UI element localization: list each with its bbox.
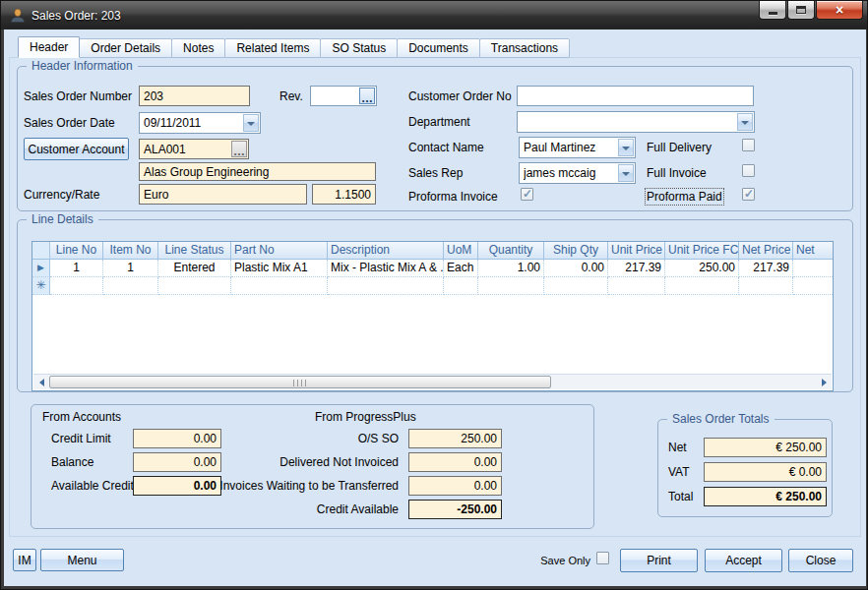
grid-cell[interactable]	[793, 260, 834, 277]
save-only-checkbox[interactable]	[596, 552, 609, 564]
grid-cell[interactable]	[328, 277, 444, 295]
column-header[interactable]: Unit Price	[608, 242, 665, 260]
column-header[interactable]: Ship Qty	[544, 242, 608, 260]
sales-order-number-field[interactable]: 203	[139, 86, 250, 106]
grid-cell[interactable]	[158, 277, 231, 295]
total-label: Total	[668, 490, 693, 503]
column-header[interactable]: UoM	[444, 242, 478, 260]
customer-account-button[interactable]: Customer Account	[24, 138, 129, 160]
tab-transactions[interactable]: Transactions	[479, 38, 570, 58]
grid-cell[interactable]: 0.00	[544, 260, 608, 277]
line-items-grid[interactable]: Line NoItem NoLine StatusPart NoDescript…	[31, 241, 834, 391]
sales-rep-select[interactable]: james mccaig	[519, 162, 636, 184]
grid-cell[interactable]	[665, 277, 739, 295]
rev-lookup-button[interactable]: …	[359, 88, 375, 104]
customer-account-lookup-button[interactable]: …	[231, 141, 247, 157]
scroll-left-arrow[interactable]	[34, 376, 48, 389]
tab-order-details[interactable]: Order Details	[79, 38, 172, 58]
im-button[interactable]: IM	[13, 549, 36, 571]
invoices-waiting-field: 0.00	[408, 476, 502, 496]
maximize-button[interactable]	[787, 1, 815, 20]
tab-so-status[interactable]: SO Status	[320, 38, 398, 58]
column-header[interactable]: Quantity	[478, 242, 544, 260]
new-row[interactable]: ✳	[32, 277, 833, 295]
column-header[interactable]: Net Price	[739, 242, 793, 260]
grid-header-row[interactable]: Line NoItem NoLine StatusPart NoDescript…	[32, 242, 833, 260]
scrollbar-thumb[interactable]	[49, 376, 551, 388]
customer-account-field[interactable]: ALA001 …	[139, 139, 249, 159]
scroll-right-arrow[interactable]	[817, 376, 831, 389]
titlebar[interactable]: Sales Order: 203 ×	[1, 1, 867, 30]
row-selector[interactable]: ✳	[32, 277, 50, 295]
save-only-label: Save Only	[516, 555, 590, 566]
close-button[interactable]: Close	[788, 549, 853, 572]
grid-cell[interactable]	[50, 277, 103, 295]
column-header[interactable]: Line No	[50, 242, 103, 260]
column-header[interactable]: Part No	[231, 242, 328, 260]
credit-available-label: Credit Available	[189, 502, 399, 516]
grid-cell[interactable]: Mix - Plastic Mix A & ...	[328, 260, 444, 277]
grid-cell[interactable]	[103, 277, 158, 295]
grid-cell[interactable]	[231, 277, 328, 295]
tab-strip: Header Order Details Notes Related Items…	[19, 36, 570, 58]
print-button[interactable]: Print	[620, 549, 698, 572]
net-total-field: € 250.00	[704, 438, 827, 457]
grid-cell[interactable]: 1.00	[478, 260, 544, 277]
accounts-panel-group: From Accounts From ProgressPlus Credit L…	[31, 404, 594, 529]
column-header[interactable]: Line Status	[158, 242, 231, 260]
minimize-button[interactable]	[759, 1, 786, 20]
row-selector[interactable]: ▶	[32, 260, 50, 277]
sales-order-date-picker[interactable]: 09/11/2011	[139, 112, 261, 134]
column-header[interactable]: Net	[793, 242, 834, 260]
tab-notes[interactable]: Notes	[171, 38, 225, 58]
grid-cell[interactable]: 250.00	[665, 260, 739, 277]
grid-cell[interactable]	[478, 277, 544, 295]
chevron-down-icon[interactable]	[618, 164, 634, 182]
chevron-down-icon[interactable]	[243, 114, 259, 132]
vat-total-field: € 0.00	[704, 462, 827, 482]
close-window-button[interactable]: ×	[816, 1, 863, 20]
grid-body: Line NoItem NoLine StatusPart NoDescript…	[32, 242, 833, 295]
full-delivery-checkbox[interactable]	[742, 139, 755, 151]
tab-header[interactable]: Header	[18, 36, 80, 58]
row-selector[interactable]	[32, 242, 50, 260]
rate-field[interactable]: 1.1500	[312, 184, 376, 205]
tab-documents[interactable]: Documents	[397, 38, 480, 58]
chevron-down-icon[interactable]	[737, 113, 753, 131]
grid-cell[interactable]	[793, 277, 834, 295]
accept-button[interactable]: Accept	[705, 549, 782, 572]
grand-total-field: € 250.00	[704, 487, 827, 506]
contact-name-select[interactable]: Paul Martinez	[519, 137, 636, 158]
full-invoice-checkbox[interactable]	[742, 164, 755, 177]
grid-cell[interactable]	[608, 277, 665, 295]
currency-field[interactable]: Euro	[139, 184, 307, 205]
horizontal-scrollbar[interactable]	[33, 374, 832, 389]
grid-cell[interactable]	[544, 277, 608, 295]
column-header[interactable]: Description	[328, 242, 444, 260]
os-so-label: O/S SO	[189, 432, 399, 445]
rev-field[interactable]: …	[310, 86, 377, 106]
grid-cell[interactable]	[444, 277, 478, 295]
grid-cell[interactable]	[739, 277, 793, 295]
contact-name-label: Contact Name	[408, 141, 484, 154]
grid-cell[interactable]: 1	[50, 260, 103, 277]
tab-related-items[interactable]: Related Items	[224, 38, 321, 58]
department-select[interactable]	[517, 111, 755, 133]
proforma-invoice-checkbox[interactable]	[521, 188, 533, 201]
group-title: Sales Order Totals	[667, 412, 775, 426]
grid-cell[interactable]: 1	[103, 260, 158, 277]
menu-button[interactable]: Menu	[40, 549, 124, 571]
grid-cell[interactable]: Plastic Mix A1	[231, 260, 328, 277]
proforma-paid-checkbox[interactable]	[742, 188, 755, 201]
grid-cell[interactable]: 217.39	[608, 260, 665, 277]
net-label: Net	[668, 441, 687, 454]
customer-order-no-field[interactable]	[517, 86, 754, 106]
chevron-down-icon[interactable]	[618, 139, 634, 156]
grid-cell[interactable]: Each	[444, 260, 478, 277]
column-header[interactable]: Item No	[103, 242, 158, 260]
credit-available-field: -250.00	[408, 500, 502, 519]
grid-cell[interactable]: Entered	[158, 260, 231, 277]
column-header[interactable]: Unit Price FC	[665, 242, 739, 260]
grid-cell[interactable]: 217.39	[739, 260, 793, 277]
table-row[interactable]: ▶11EnteredPlastic Mix A1Mix - Plastic Mi…	[32, 260, 833, 277]
